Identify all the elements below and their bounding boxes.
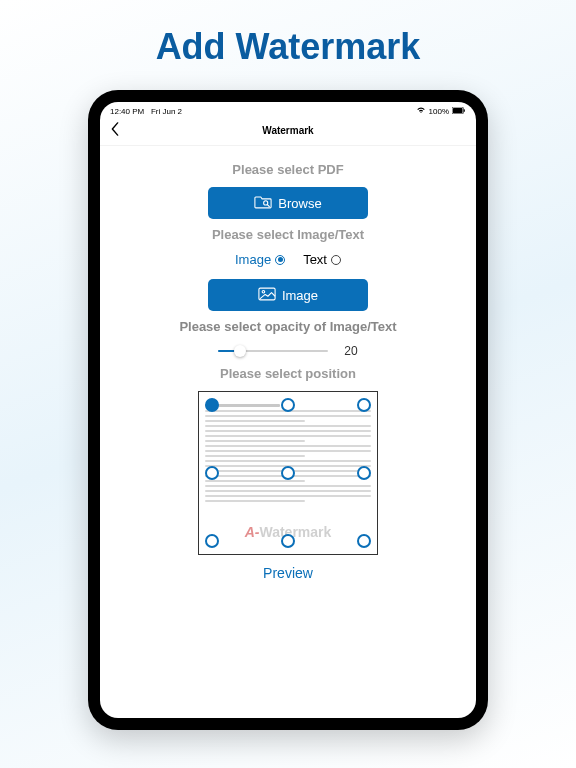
radio-image[interactable]: Image (235, 252, 285, 267)
folder-search-icon (254, 195, 272, 212)
position-selector: A-Watermark (198, 391, 378, 555)
opacity-value: 20 (344, 344, 357, 358)
nav-title: Watermark (262, 125, 313, 136)
position-middle-center[interactable] (281, 466, 295, 480)
status-bar: 12:40 PM Fri Jun 2 100% (100, 102, 476, 118)
preview-button[interactable]: Preview (118, 565, 458, 581)
type-radio-group: Image Text (118, 252, 458, 267)
status-time: 12:40 PM (110, 107, 144, 116)
radio-image-label: Image (235, 252, 271, 267)
svg-point-6 (262, 290, 265, 293)
image-button-label: Image (282, 288, 318, 303)
position-middle-right[interactable] (357, 466, 371, 480)
position-bottom-left[interactable] (205, 534, 219, 548)
position-middle-left[interactable] (205, 466, 219, 480)
position-top-center[interactable] (281, 398, 295, 412)
radio-icon-unselected (331, 255, 341, 265)
svg-rect-1 (453, 107, 463, 112)
browse-button[interactable]: Browse (208, 187, 368, 219)
wifi-icon (416, 106, 426, 116)
select-pdf-label: Please select PDF (118, 162, 458, 177)
position-top-right[interactable] (357, 398, 371, 412)
back-button[interactable] (110, 122, 120, 139)
radio-text-label: Text (303, 252, 327, 267)
image-icon (258, 287, 276, 304)
select-position-label: Please select position (118, 366, 458, 381)
page-title: Add Watermark (0, 0, 576, 90)
nav-bar: Watermark (100, 118, 476, 146)
content: Please select PDF Browse Please select I… (100, 146, 476, 718)
select-image-text-label: Please select Image/Text (118, 227, 458, 242)
opacity-control: 20 (118, 344, 458, 358)
radio-icon-selected (275, 255, 285, 265)
opacity-slider[interactable] (218, 344, 328, 358)
position-top-left[interactable] (205, 398, 219, 412)
select-opacity-label: Please select opacity of Image/Text (118, 319, 458, 334)
battery-text: 100% (429, 107, 449, 116)
radio-text[interactable]: Text (303, 252, 341, 267)
svg-rect-2 (464, 109, 465, 112)
app-screen: 12:40 PM Fri Jun 2 100% Watermark Ple (100, 102, 476, 718)
status-date: Fri Jun 2 (151, 107, 182, 116)
svg-line-4 (268, 204, 270, 206)
browse-button-label: Browse (278, 196, 321, 211)
position-bottom-center[interactable] (281, 534, 295, 548)
position-bottom-right[interactable] (357, 534, 371, 548)
battery-icon (452, 107, 466, 116)
image-button[interactable]: Image (208, 279, 368, 311)
tablet-frame: 12:40 PM Fri Jun 2 100% Watermark Ple (88, 90, 488, 730)
